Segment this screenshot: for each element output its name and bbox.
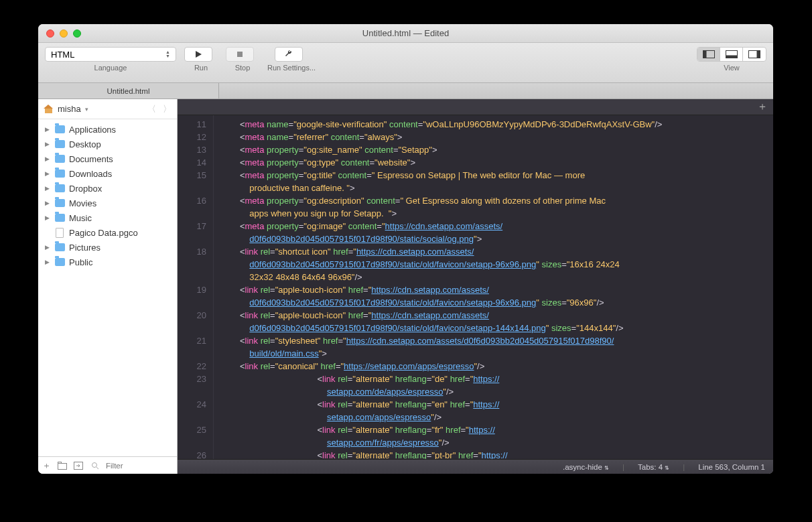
folder-icon	[54, 124, 65, 135]
new-folder-icon[interactable]	[58, 462, 67, 470]
file-tabbar: Untitled.html	[38, 83, 773, 99]
file-tree-item-label: Documents	[69, 154, 113, 164]
status-position[interactable]: Line 563, Column 1	[698, 463, 765, 471]
svg-rect-9	[58, 462, 62, 463]
code-body[interactable]: <meta name="google-site-verification" co…	[214, 115, 773, 459]
toolbar: HTML ▲▼ Language Run Stop	[38, 43, 773, 83]
file-tree[interactable]: ▶Applications▶Desktop▶Documents▶Download…	[38, 119, 177, 456]
breadcrumb-path[interactable]: misha ▾	[44, 104, 88, 114]
file-tree-item-label: Public	[69, 257, 92, 267]
file-tree-item-label: Movies	[69, 198, 96, 208]
runsettings-button[interactable]	[275, 47, 303, 62]
file-tree-item[interactable]: ▶Public	[38, 255, 177, 269]
content-area: misha ▾ 〈 〉 ▶Applications▶Desktop▶Docume…	[38, 99, 773, 474]
file-icon	[54, 227, 65, 238]
language-value: HTML	[51, 50, 74, 60]
run-label: Run	[194, 64, 208, 72]
nav-back-button[interactable]: 〈	[147, 103, 156, 115]
svg-rect-1	[237, 52, 243, 57]
file-tree-item-label: Applications	[69, 125, 116, 135]
stop-button[interactable]	[226, 47, 254, 62]
file-tree-item[interactable]: ▶Dropbox	[38, 181, 177, 196]
view-sidebar-right[interactable]	[743, 48, 766, 61]
panel-left-icon	[703, 50, 715, 58]
panel-right-icon	[748, 50, 760, 58]
tab-untitled[interactable]: Untitled.html	[38, 83, 219, 99]
folder-icon	[54, 198, 65, 208]
svg-line-12	[96, 467, 98, 469]
disclosure-arrow-icon[interactable]: ▶	[45, 141, 50, 147]
disclosure-arrow-icon[interactable]: ▶	[45, 185, 50, 192]
file-tree-item[interactable]: Pagico Data.pgco	[38, 225, 177, 240]
breadcrumb: misha ▾ 〈 〉	[38, 99, 177, 119]
file-tree-item[interactable]: ▶Desktop	[38, 137, 177, 151]
runsettings-label: Run Settings...	[267, 64, 316, 72]
minimize-button[interactable]	[60, 29, 68, 38]
status-tabs[interactable]: Tabs: 4 ⇅	[638, 463, 669, 471]
gutter: 1112131415161718192021222324252627	[178, 115, 214, 459]
view-panel-bottom[interactable]	[720, 48, 743, 61]
file-tree-item-label: Music	[69, 213, 92, 223]
disclosure-arrow-icon[interactable]: ▶	[45, 259, 50, 265]
folder-icon	[54, 139, 65, 149]
file-tree-item-label: Dropbox	[69, 184, 102, 194]
code-area[interactable]: 1112131415161718192021222324252627 <meta…	[178, 115, 773, 459]
zoom-button[interactable]	[73, 29, 81, 38]
file-tree-item[interactable]: ▶Downloads	[38, 166, 177, 181]
folder-icon	[54, 183, 65, 194]
panel-bottom-icon	[726, 50, 738, 58]
folder-icon	[54, 212, 65, 223]
disclosure-arrow-icon[interactable]: ▶	[45, 170, 50, 177]
folder-icon	[54, 242, 65, 253]
nav-forward-button[interactable]: 〉	[163, 103, 172, 115]
file-tree-item[interactable]: ▶Pictures	[38, 240, 177, 255]
svg-rect-7	[757, 51, 760, 58]
file-tree-item-label: Pictures	[69, 243, 100, 253]
folder-icon	[54, 257, 65, 267]
file-tree-item[interactable]: ▶Applications	[38, 122, 177, 137]
close-button[interactable]	[46, 29, 54, 38]
svg-rect-8	[58, 463, 67, 469]
view-sidebar-left[interactable]	[697, 48, 720, 61]
collapse-icon[interactable]	[74, 462, 83, 470]
sidebar: misha ▾ 〈 〉 ▶Applications▶Desktop▶Docume…	[38, 99, 178, 474]
select-arrows-icon: ▲▼	[165, 50, 170, 58]
svg-rect-5	[726, 56, 737, 58]
editor: ＋ 1112131415161718192021222324252627 <me…	[178, 99, 773, 474]
run-button[interactable]	[184, 47, 212, 62]
disclosure-arrow-icon[interactable]: ▶	[45, 244, 50, 251]
status-scope[interactable]: .async-hide ⇅	[563, 463, 609, 471]
file-tree-item[interactable]: ▶Movies	[38, 196, 177, 210]
titlebar[interactable]: Untitled.html — Edited	[38, 24, 773, 43]
app-window: Untitled.html — Edited HTML ▲▼ Language …	[38, 24, 773, 474]
home-icon	[44, 105, 54, 113]
stop-icon	[236, 51, 243, 58]
disclosure-arrow-icon[interactable]: ▶	[45, 155, 50, 162]
add-icon[interactable]: ＋	[42, 460, 51, 472]
language-select[interactable]: HTML ▲▼	[45, 47, 176, 62]
search-icon	[91, 462, 99, 470]
view-segmented	[697, 47, 766, 62]
traffic-lights	[38, 29, 81, 38]
svg-marker-0	[196, 51, 202, 58]
file-tree-item-label: Pagico Data.pgco	[69, 228, 138, 238]
disclosure-arrow-icon[interactable]: ▶	[45, 126, 50, 133]
disclosure-arrow-icon[interactable]: ▶	[45, 214, 50, 221]
window-title: Untitled.html — Edited	[38, 28, 773, 38]
folder-icon	[54, 168, 65, 179]
language-label: Language	[94, 64, 127, 72]
disclosure-arrow-icon[interactable]: ▶	[45, 200, 50, 206]
file-tree-item-label: Desktop	[69, 139, 101, 149]
file-tree-item[interactable]: ▶Documents	[38, 151, 177, 166]
file-tree-item[interactable]: ▶Music	[38, 210, 177, 225]
wrench-icon	[284, 50, 293, 59]
new-tab-button[interactable]: ＋	[757, 100, 768, 114]
statusbar: .async-hide ⇅ | Tabs: 4 ⇅ | Line 563, Co…	[178, 459, 773, 474]
view-label: View	[724, 64, 740, 72]
sidebar-footer: ＋	[38, 456, 177, 474]
stop-label: Stop	[235, 64, 251, 72]
editor-tabbar: ＋	[178, 99, 773, 115]
folder-icon	[54, 153, 65, 164]
file-tree-item-label: Downloads	[69, 169, 112, 179]
svg-rect-3	[703, 51, 706, 58]
